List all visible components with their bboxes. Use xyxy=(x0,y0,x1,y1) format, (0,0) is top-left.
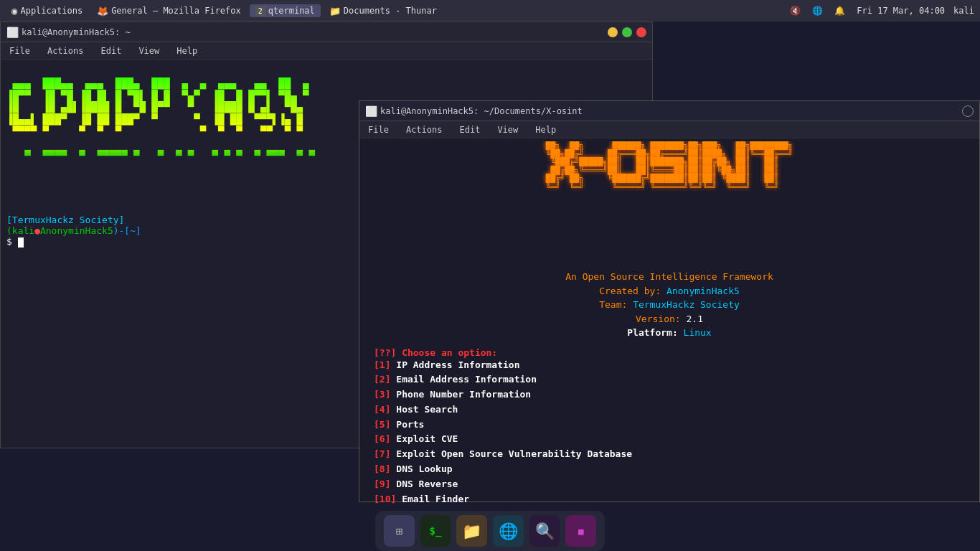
network-icon[interactable]: 🌐 xyxy=(809,4,826,17)
opt-num-7: [7] xyxy=(374,448,390,459)
prompt-at-symbol: ● xyxy=(34,225,40,236)
bg-menubar: File Actions Edit View Help xyxy=(1,42,652,60)
xosint-info: An Open Source Intelligence Framework Cr… xyxy=(362,267,976,509)
info-version: Version: 2.1 xyxy=(374,312,965,326)
fg-menu-view[interactable]: View xyxy=(494,123,521,136)
dock-files[interactable]: 📁 xyxy=(456,515,487,547)
menu-section: [??] Choose an option: [1] IP Address In… xyxy=(374,347,965,507)
notification-icon[interactable]: 🔔 xyxy=(831,4,848,17)
bg-menu-help[interactable]: Help xyxy=(174,44,200,57)
bg-menu-view[interactable]: View xyxy=(136,44,162,57)
opt-num-6: [6] xyxy=(374,433,390,444)
desktop: ◉ Applications 🦊 General — Mozilla Firef… xyxy=(0,0,980,551)
dock-taskbar[interactable]: ⊞ xyxy=(384,515,415,547)
taskbar-left: ◉ Applications 🦊 General — Mozilla Firef… xyxy=(6,4,443,18)
opt-text-1: IP Address Information xyxy=(396,359,519,370)
info-created-by: Created by: AnonyminHack5 xyxy=(374,284,965,298)
maximize-btn[interactable] xyxy=(622,27,632,37)
info-team: Team: TermuxHackz Society xyxy=(374,298,965,312)
taskbar-firefox[interactable]: 🦊 General — Mozilla Firefox xyxy=(91,4,247,18)
opt-text-8: DNS Lookup xyxy=(396,463,452,474)
taskbar-thunar[interactable]: 📁 Documents - Thunar xyxy=(324,4,443,18)
applications-label: Applications xyxy=(20,6,83,16)
info-tagline: An Open Source Intelligence Framework xyxy=(374,270,965,284)
opt-text-7: Exploit Open Source Vulnerability Databa… xyxy=(396,448,632,459)
tagline-text: An Open Source Intelligence Framework xyxy=(565,271,773,282)
bg-menu-actions[interactable]: Actions xyxy=(44,44,87,57)
opt-num-9: [9] xyxy=(374,479,390,489)
opt-num-3: [3] xyxy=(374,389,390,400)
bg-title: kali@AnonyminHack5: ~ xyxy=(22,27,131,37)
opt-num-4: [4] xyxy=(374,404,390,415)
close-btn[interactable] xyxy=(636,27,646,37)
bg-menu-file[interactable]: File xyxy=(6,44,33,57)
dock-browser[interactable]: 🌐 xyxy=(493,515,524,547)
prompt-hostname: AnonyminHack5 xyxy=(40,225,113,236)
fg-menubar: File Actions Edit View Help xyxy=(359,121,979,138)
team-label: Team: xyxy=(599,299,633,310)
opt-text-10: Email Finder xyxy=(402,494,469,504)
username: kali xyxy=(953,6,974,16)
info-platform: Platform: Linux xyxy=(374,326,965,340)
prompt-dir: )-[~] xyxy=(113,225,141,236)
fg-menu-file[interactable]: File xyxy=(365,123,392,136)
prompt-society: [TermuxHackz Society] xyxy=(6,215,124,225)
thunar-label: Documents - Thunar xyxy=(344,6,437,16)
created-by-value: AnonyminHack5 xyxy=(666,286,740,296)
fg-menu-actions[interactable]: Actions xyxy=(403,123,446,136)
xosint-art-wrapper: ██╗ ██╗ ██████╗ ███████╗██╗███╗ ██╗█████… xyxy=(362,141,976,267)
terminal-foreground: ⬜ kali@AnonyminHack5: ~/Documents/X-osin… xyxy=(359,100,980,502)
menu-option-5: [5] Ports xyxy=(374,418,965,433)
opt-text-9: DNS Reverse xyxy=(396,479,458,489)
bg-titlebar: ⬜ kali@AnonyminHack5: ~ xyxy=(1,22,652,42)
created-by-label: Created by: xyxy=(599,286,666,296)
menu-option-4: [4] Host Search xyxy=(374,402,965,418)
minimize-btn[interactable] xyxy=(608,27,618,37)
opt-num-2: [2] xyxy=(374,374,390,385)
opt-text-2: Email Address Information xyxy=(396,374,537,385)
menu-option-7: [7] Exploit Open Source Vulnerability Da… xyxy=(374,447,965,462)
fg-minimize-circle[interactable] xyxy=(962,105,974,117)
menu-option-3: [3] Phone Number Information xyxy=(374,387,965,402)
fg-content: ██╗ ██╗ ██████╗ ███████╗██╗███╗ ██╗█████… xyxy=(359,138,979,512)
cursor xyxy=(18,237,24,248)
version-value: 2.1 xyxy=(686,314,702,324)
taskbar-qterminal[interactable]: 2 qterminal xyxy=(250,4,321,17)
bg-menu-edit[interactable]: Edit xyxy=(98,44,124,57)
opt-num-10: [10] xyxy=(374,494,396,504)
menu-option-6: [6] Exploit CVE xyxy=(374,432,965,447)
version-label: Version: xyxy=(636,314,686,324)
taskbar-applications[interactable]: ◉ Applications xyxy=(6,4,88,18)
taskbar-top: ◉ Applications 🦊 General — Mozilla Firef… xyxy=(0,0,980,22)
menu-prompt-text: [??] Choose an option: xyxy=(374,347,965,358)
bg-win-controls xyxy=(608,27,646,37)
fg-title: kali@AnonyminHack5: ~/Documents/X-osint xyxy=(380,106,583,116)
dock-purple[interactable]: ▪ xyxy=(565,515,596,547)
dock-search[interactable]: 🔍 xyxy=(529,515,560,547)
opt-text-3: Phone Number Information xyxy=(396,389,531,400)
qterminal-badge: 2 xyxy=(255,6,265,16)
prompt-dollar: $ xyxy=(6,236,18,247)
platform-value: Linux xyxy=(684,327,712,338)
opt-num-1: [1] xyxy=(374,359,390,370)
team-value: TermuxHackz Society xyxy=(633,299,740,310)
volume-icon[interactable]: 🔇 xyxy=(787,4,804,17)
fg-menu-help[interactable]: Help xyxy=(532,123,559,136)
opt-text-6: Exploit CVE xyxy=(396,433,458,444)
platform-label-text: Platform: xyxy=(627,327,683,338)
fg-menu-edit[interactable]: Edit xyxy=(456,123,483,136)
menu-option-10: [10] Email Finder xyxy=(374,492,965,507)
prompt-user: kali xyxy=(12,225,34,236)
menu-options-list: [1] IP Address Information[2] Email Addr… xyxy=(374,358,965,507)
dock-terminal[interactable]: $_ xyxy=(420,515,451,547)
xosint-art-container: ██╗ ██╗ ██████╗ ███████╗██╗███╗ ██╗█████… xyxy=(362,141,976,192)
opt-num-5: [5] xyxy=(374,419,390,430)
menu-option-2: [2] Email Address Information xyxy=(374,372,965,387)
menu-option-9: [9] DNS Reverse xyxy=(374,477,965,492)
firefox-label: General — Mozilla Firefox xyxy=(111,6,241,16)
prompt-paren-open: ( xyxy=(6,225,12,236)
xosint-ascii-art: ██╗ ██╗ ██████╗ ███████╗██╗███╗ ██╗█████… xyxy=(546,141,793,191)
menu-option-1: [1] IP Address Information xyxy=(374,358,965,373)
opt-num-8: [8] xyxy=(374,463,390,474)
opt-text-5: Ports xyxy=(396,419,424,430)
